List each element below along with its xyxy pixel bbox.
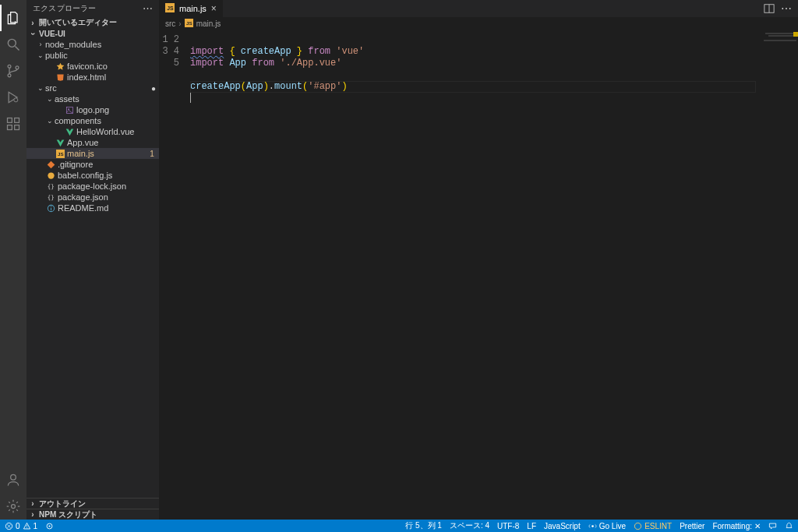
account-icon [5, 472, 21, 488]
status-encoding[interactable]: UTF-8 [497, 522, 519, 530]
svg-point-16 [48, 172, 54, 178]
close-icon[interactable]: × [211, 3, 217, 14]
tree-file[interactable]: {}package.json [26, 192, 159, 203]
tree-file[interactable]: README.md [26, 203, 159, 213]
tab-main-js[interactable]: JS main.js × [159, 0, 224, 17]
activity-run[interactable] [0, 84, 26, 111]
status-feedback[interactable] [768, 522, 777, 530]
tree-file[interactable]: index.html [26, 72, 159, 83]
status-language[interactable]: JavaScript [544, 522, 581, 530]
tree-item-label: main.js [67, 149, 148, 158]
vue-icon [64, 128, 75, 136]
svg-rect-9 [15, 118, 19, 123]
minimap[interactable] [756, 30, 798, 520]
code-content[interactable]: import { createApp } from 'vue' import A… [190, 30, 798, 520]
section-npm-label: NPM スクリプト [39, 509, 97, 520]
warning-icon [23, 522, 31, 530]
section-npm[interactable]: › NPM スクリプト [26, 509, 159, 520]
tree-file[interactable]: .gitignore [26, 159, 159, 170]
tab-label: main.js [179, 4, 207, 13]
tree-folder[interactable]: ⌄src● [26, 83, 159, 93]
section-project[interactable]: › VUE-UI [26, 28, 159, 39]
tree-item-label: src [45, 83, 151, 93]
chevron-right-icon: › [36, 41, 45, 48]
tree-file[interactable]: App.vue [26, 137, 159, 148]
activity-explorer[interactable] [0, 5, 26, 31]
editor-area: JS main.js × ⋯ src › JS main.js 1 2 3 4 … [159, 0, 798, 520]
broadcast-icon [588, 522, 597, 530]
sidebar-more-icon[interactable]: ⋯ [143, 5, 153, 12]
js-icon: JS [165, 3, 175, 14]
tree-folder[interactable]: ⌄components [26, 115, 159, 126]
svg-text:{}: {} [47, 183, 54, 190]
breadcrumb-part[interactable]: src [165, 19, 175, 28]
status-spaces[interactable]: スペース: 4 [450, 520, 489, 531]
activity-extensions[interactable] [0, 111, 26, 137]
activity-account[interactable] [0, 467, 26, 493]
tree-folder[interactable]: ⌄public [26, 50, 159, 61]
chevron-right-icon: › [28, 510, 37, 519]
activity-search[interactable] [0, 31, 26, 58]
feedback-icon [768, 522, 777, 530]
tree-item-label: .gitignore [58, 160, 156, 169]
workbench: エクスプローラー ⋯ › 開いているエディター › VUE-UI ›node_m… [0, 0, 798, 520]
tree-folder[interactable]: ›node_modules [26, 39, 159, 50]
eslint-warning-icon [634, 522, 642, 530]
branch-icon [5, 63, 21, 79]
section-open-editors[interactable]: › 開いているエディター [26, 17, 159, 28]
formatting-x-icon: ✕ [754, 522, 761, 530]
tree-item-label: package.json [58, 192, 156, 202]
tree-item-label: README.md [58, 203, 156, 213]
star-icon [55, 62, 65, 71]
chevron-down-icon: ⌄ [36, 84, 45, 92]
status-bell[interactable] [785, 522, 793, 530]
code-editor[interactable]: 1 2 3 4 5 import { createApp } from 'vue… [159, 30, 798, 520]
app-root: エクスプローラー ⋯ › 開いているエディター › VUE-UI ›node_m… [0, 0, 798, 532]
svg-line-1 [16, 47, 19, 51]
chevron-down-icon: ⌄ [45, 95, 55, 103]
status-golive[interactable]: Go Live [588, 522, 626, 530]
status-problems[interactable]: 0 1 [5, 522, 37, 530]
overview-warning-marker[interactable] [793, 32, 798, 37]
section-outline[interactable]: › アウトライン [26, 498, 159, 509]
chevron-right-icon: › [28, 499, 37, 508]
svg-point-13 [68, 108, 69, 110]
svg-rect-6 [8, 118, 12, 123]
tree-file[interactable]: {}package-lock.json [26, 181, 159, 192]
activity-settings[interactable] [0, 493, 26, 520]
split-editor-icon[interactable] [764, 3, 775, 14]
breadcrumb[interactable]: src › JS main.js [159, 17, 798, 30]
tree-folder[interactable]: ⌄assets [26, 93, 159, 104]
tree-item-label: App.vue [67, 138, 156, 147]
tab-actions: ⋯ [764, 0, 798, 17]
status-eslint[interactable]: ESLINT [634, 522, 672, 530]
tree-file[interactable]: babel.config.js [26, 170, 159, 181]
sidebar-header: エクスプローラー ⋯ [26, 0, 159, 17]
modified-badge: 1 [148, 150, 156, 158]
activity-scm[interactable] [0, 58, 26, 84]
tree-item-label: babel.config.js [58, 171, 156, 180]
sidebar-title: エクスプローラー [33, 3, 97, 14]
files-icon [5, 10, 21, 26]
svg-point-11 [12, 505, 16, 509]
tree-file[interactable]: JSmain.js1 [26, 148, 159, 159]
search-icon [5, 37, 21, 52]
breadcrumb-part[interactable]: main.js [196, 19, 221, 28]
tree-file[interactable]: favicon.ico [26, 61, 159, 72]
svg-text:JS: JS [167, 5, 174, 11]
port-icon [45, 522, 54, 530]
text-cursor [190, 93, 191, 103]
status-port-forward[interactable] [45, 522, 54, 530]
status-formatting[interactable]: Formatting: ✕ [712, 522, 761, 530]
tree-file[interactable]: logo.png [26, 104, 159, 115]
extensions-icon [5, 116, 21, 132]
svg-point-21 [50, 206, 51, 206]
more-actions-icon[interactable]: ⋯ [781, 2, 792, 15]
status-prettier[interactable]: Prettier [680, 522, 704, 530]
svg-point-2 [8, 65, 11, 68]
status-eol[interactable]: LF [527, 522, 536, 530]
svg-text:{}: {} [47, 194, 54, 201]
status-cursor[interactable]: 行 5、列 1 [405, 520, 442, 531]
play-bug-icon [5, 90, 21, 105]
tree-file[interactable]: HelloWorld.vue [26, 126, 159, 137]
